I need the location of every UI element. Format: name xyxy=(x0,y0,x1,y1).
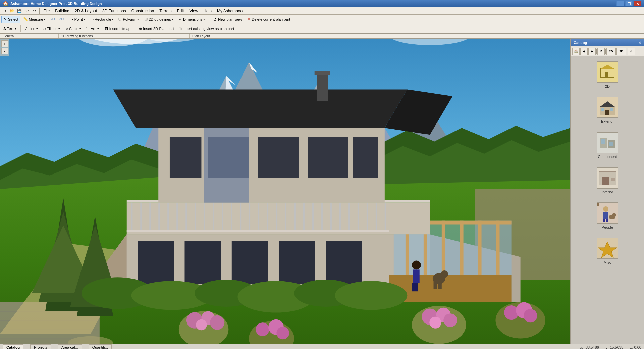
insert-existing-view-button[interactable]: ⊞ Insert existing view as plan part xyxy=(177,25,236,32)
ellipse-icon: ⬭ xyxy=(43,27,46,31)
svg-rect-64 xyxy=(267,203,268,232)
guidelines-button[interactable]: ⊞ 2D guidelines xyxy=(143,16,176,23)
menu-view[interactable]: View xyxy=(187,8,201,14)
delete-plan-button[interactable]: ✕ Delete current plan part xyxy=(246,16,292,23)
point-button[interactable]: • Point xyxy=(70,16,88,23)
svg-rect-53 xyxy=(167,203,169,232)
svg-point-113 xyxy=(443,313,457,327)
catalog-item-people[interactable]: People xyxy=(592,201,623,231)
status-tab-quantity[interactable]: Quantiti... xyxy=(89,344,112,349)
catalog-view-2d-btn[interactable]: 2D xyxy=(606,48,616,55)
svg-rect-131 xyxy=(605,72,608,77)
catalog-fwd-btn[interactable]: ▶ xyxy=(588,48,596,55)
svg-point-100 xyxy=(335,281,407,310)
svg-rect-89 xyxy=(315,71,330,75)
3d-button[interactable]: 3D xyxy=(57,16,66,23)
nav-btn-2[interactable]: - xyxy=(1,48,8,54)
separator xyxy=(142,16,142,22)
separator xyxy=(245,16,245,22)
main-area: + - Catalog ✕ 🏠 ◀ ▶ ↺ 2D 3D ⤢ xyxy=(0,39,644,344)
svg-rect-58 xyxy=(213,203,214,232)
catalog-reload-btn[interactable]: ↺ xyxy=(597,48,605,55)
menu-help[interactable]: Help xyxy=(201,8,214,14)
qa-open-button[interactable]: 📂 xyxy=(9,8,15,14)
qa-redo-button[interactable]: ↪ xyxy=(31,8,38,14)
catalog-toolbar: 🏠 ◀ ▶ ↺ 2D 3D ⤢ xyxy=(571,46,644,56)
svg-rect-51 xyxy=(149,203,151,232)
svg-rect-139 xyxy=(601,139,605,144)
catalog-close-icon[interactable]: ✕ xyxy=(638,41,641,45)
menu-2d-layout[interactable]: 2D & Layout xyxy=(72,8,100,14)
catalog-view-3d-btn[interactable]: 3D xyxy=(616,48,626,55)
qa-undo-button[interactable]: ↩ xyxy=(23,8,30,14)
catalog-title: Catalog xyxy=(574,41,587,45)
insert-bitmap-button[interactable]: 🖼 Insert bitmap xyxy=(103,25,133,32)
circle-button[interactable]: ○ Circle xyxy=(64,25,83,32)
catalog-back-btn[interactable]: ◀ xyxy=(580,48,588,55)
select-button[interactable]: ↖ Select xyxy=(1,16,20,23)
menu-3d-functions[interactable]: 3D Functions xyxy=(100,8,129,14)
svg-rect-59 xyxy=(222,203,223,232)
arc-button[interactable]: ⌒ Arc xyxy=(84,25,101,32)
2d-button[interactable]: 2D xyxy=(48,16,57,23)
svg-point-104 xyxy=(210,315,224,330)
svg-rect-125 xyxy=(434,282,437,289)
menu-edit[interactable]: Edit xyxy=(174,8,187,14)
restore-button[interactable]: ❐ xyxy=(625,1,633,6)
qa-new-button[interactable]: 🗋 xyxy=(1,8,8,14)
svg-rect-52 xyxy=(158,203,160,232)
svg-point-105 xyxy=(196,319,207,330)
catalog-item-misc[interactable]: Misc xyxy=(592,236,623,266)
catalog-home-btn[interactable]: 🏠 xyxy=(572,48,580,55)
svg-rect-84 xyxy=(353,137,378,178)
qa-save-button[interactable]: 💾 xyxy=(16,8,23,14)
svg-rect-144 xyxy=(611,178,615,181)
menu-file[interactable]: File xyxy=(41,8,52,14)
text-icon: A xyxy=(3,27,6,31)
svg-rect-69 xyxy=(312,203,314,232)
menu-building[interactable]: Building xyxy=(52,8,72,14)
dimensions-button[interactable]: ↔ Dimensions xyxy=(176,16,207,23)
catalog-item-component[interactable]: Component xyxy=(592,130,623,160)
text-button[interactable]: A Text xyxy=(1,25,18,32)
nav-btn-1[interactable]: + xyxy=(1,40,8,47)
point-icon: • xyxy=(72,17,73,21)
status-tab-area[interactable]: Area cal... xyxy=(58,344,82,349)
ellipse-button[interactable]: ⬭ Ellipse xyxy=(41,25,62,32)
status-tab-catalog[interactable]: Catalog xyxy=(3,344,23,349)
toolbar-labels: General 2D drawing functions Plan Layout xyxy=(0,34,644,39)
catalog-thumb-misc xyxy=(597,238,618,259)
titlebar-controls: — ❐ ✕ xyxy=(616,1,641,6)
insert-2d-plan-button[interactable]: ⊕ Insert 2D-Plan part xyxy=(137,25,176,32)
separator xyxy=(605,49,606,54)
catalog-item-exterior[interactable]: Exterior xyxy=(592,95,623,125)
menu-terrain[interactable]: Terrain xyxy=(157,8,174,14)
svg-rect-146 xyxy=(603,212,608,219)
line-button[interactable]: ╱ Line xyxy=(23,25,40,32)
svg-rect-56 xyxy=(195,203,196,232)
svg-rect-60 xyxy=(231,203,232,232)
svg-rect-143 xyxy=(602,177,609,185)
catalog-expand-btn[interactable]: ⤢ xyxy=(628,48,635,55)
minimize-button[interactable]: — xyxy=(616,1,624,6)
svg-rect-140 xyxy=(609,142,613,146)
catalog-label-2d: 2D xyxy=(605,84,610,88)
viewport[interactable]: + - xyxy=(0,39,570,344)
rectangle-icon: ▭ xyxy=(90,17,94,21)
rectangle-button[interactable]: ▭ Rectangle xyxy=(88,16,116,23)
close-button[interactable]: ✕ xyxy=(634,1,641,6)
catalog-item-interior[interactable]: Interior xyxy=(592,165,623,196)
polygon-button[interactable]: ⬡ Polygon xyxy=(116,16,141,23)
catalog-label-people: People xyxy=(602,225,613,229)
svg-marker-130 xyxy=(601,65,614,69)
menu-my-ashampoo[interactable]: My Ashampoo xyxy=(214,8,245,14)
new-plan-view-button[interactable]: 🗋 New plan view xyxy=(211,16,244,23)
measure-button[interactable]: 📏 Measure xyxy=(21,16,48,23)
toolbar-plan-group: 🗋 New plan view ✕ Delete current plan pa… xyxy=(211,16,292,23)
catalog-item-2d[interactable]: 2D xyxy=(592,60,623,90)
menu-construction[interactable]: Construction xyxy=(129,8,157,14)
titlebar-left: 🏠 Ashampoo Home Designer Pro - 3D Buildi… xyxy=(3,1,102,6)
catalog-label-interior: Interior xyxy=(602,190,613,194)
toolbar-drawing-bottom: ╱ Line ⬭ Ellipse ○ Circle ⌒ Arc 🖼 Insert… xyxy=(23,25,135,32)
status-tab-projects[interactable]: Projects xyxy=(30,344,51,349)
